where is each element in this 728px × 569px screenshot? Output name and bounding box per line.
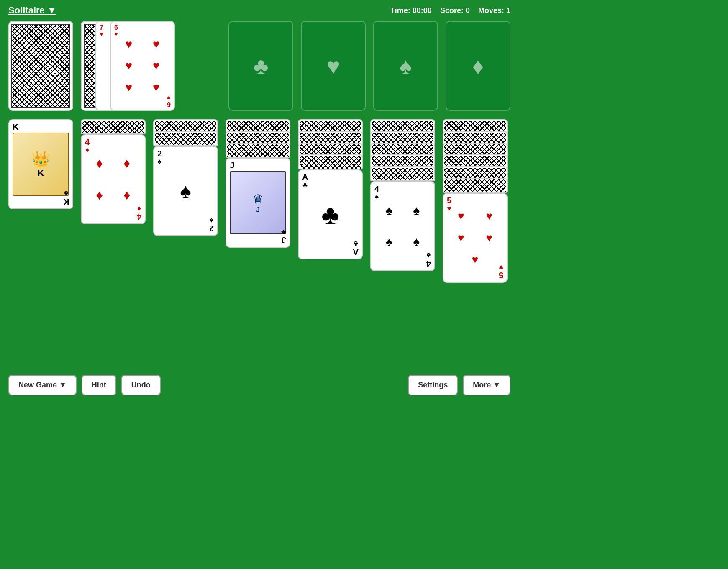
hint-button[interactable]: Hint: [82, 375, 116, 395]
footer-right-buttons: Settings More ▼: [408, 375, 510, 395]
game-stats: Time: 00:00 Score: 0 Moves: 1: [390, 6, 510, 15]
game-area: 7 ♥ 7 ♥ 6 ♥ ♥ ♥ ♥ ♥: [0, 21, 519, 287]
score-stat: Score: 0: [440, 6, 470, 15]
four-diamonds-card[interactable]: 4 ♦ ♦ ♦ ♦ ♦ 4 ♦: [81, 134, 146, 224]
foundation-hearts[interactable]: ♥: [301, 21, 366, 111]
tableau-col-7[interactable]: 5 ♥ ♥ ♥ ♥ ♥ ♥ 5 ♥: [443, 119, 508, 287]
col6-facedown-5: [370, 166, 435, 181]
two-spades-card[interactable]: 2 ♠ ♠ 2 ♠: [153, 146, 218, 236]
jack-clubs-card[interactable]: J ♣ ♛ J J ♣: [226, 158, 290, 248]
tableau: K ♠ 👑 K K ♠: [8, 119, 510, 287]
new-game-button[interactable]: New Game ▼: [8, 375, 77, 395]
undo-button[interactable]: Undo: [121, 375, 161, 395]
col4-facedown-3: [226, 143, 290, 158]
foundation-clubs[interactable]: ♣: [228, 21, 293, 111]
ace-clubs-card[interactable]: A ♣ ♣ A ♣: [298, 169, 363, 259]
moves-stat: Moves: 1: [478, 6, 510, 15]
foundation-diamonds[interactable]: ♦: [446, 21, 510, 111]
tableau-col-6[interactable]: 4 ♠ ♠ ♠ ♠ ♠ 4 ♠: [370, 119, 435, 287]
waste-card-top[interactable]: 6 ♥ ♥ ♥ ♥ ♥ ♥ ♥ 6 ♥: [110, 21, 175, 111]
stock-pile[interactable]: [8, 21, 73, 111]
five-hearts-card[interactable]: 5 ♥ ♥ ♥ ♥ ♥ ♥ 5 ♥: [443, 193, 508, 283]
game-title[interactable]: Solitaire ▼: [8, 5, 56, 16]
time-stat: Time: 00:00: [390, 6, 432, 15]
col7-facedown-6: [443, 178, 508, 193]
waste-pile[interactable]: 7 ♥ 7 ♥ 6 ♥ ♥ ♥ ♥ ♥: [81, 21, 164, 111]
col3-facedown-2: [153, 131, 218, 146]
tableau-col-3[interactable]: 2 ♠ ♠ 2 ♠: [153, 119, 218, 287]
tableau-col-4[interactable]: J ♣ ♛ J J ♣: [226, 119, 290, 287]
tableau-col-5[interactable]: A ♣ ♣ A ♣: [298, 119, 363, 287]
king-spades-card[interactable]: K ♠ 👑 K K ♠: [8, 119, 73, 209]
top-row: 7 ♥ 7 ♥ 6 ♥ ♥ ♥ ♥ ♥: [8, 21, 510, 111]
footer-left-buttons: New Game ▼ Hint Undo: [8, 375, 161, 395]
footer: New Game ▼ Hint Undo Settings More ▼: [0, 368, 519, 402]
col2-facedown-1: [81, 119, 146, 134]
more-button[interactable]: More ▼: [463, 375, 510, 395]
tableau-col-1[interactable]: K ♠ 👑 K K ♠: [8, 119, 73, 287]
tableau-col-2[interactable]: 4 ♦ ♦ ♦ ♦ ♦ 4 ♦: [81, 119, 146, 287]
foundation-spades[interactable]: ♠: [373, 21, 438, 111]
col5-facedown-4: [298, 154, 363, 169]
game-header: Solitaire ▼ Time: 00:00 Score: 0 Moves: …: [0, 0, 519, 21]
settings-button[interactable]: Settings: [408, 375, 458, 395]
four-spades-card[interactable]: 4 ♠ ♠ ♠ ♠ ♠ 4 ♠: [370, 181, 435, 271]
